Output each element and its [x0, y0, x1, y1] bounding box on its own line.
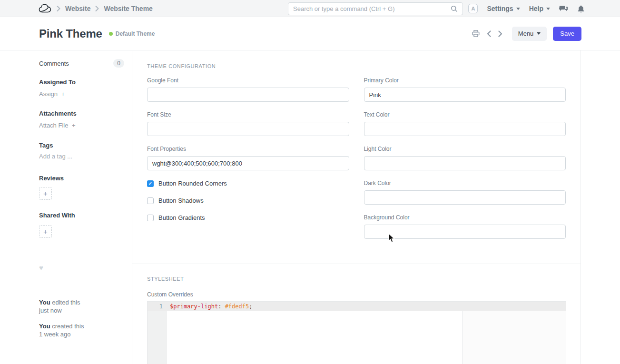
text-color-input[interactable]	[364, 122, 566, 136]
page-header: Pink Theme Default Theme Menu	[0, 17, 620, 50]
menu-button-label: Menu	[518, 30, 534, 37]
line-number: 1	[148, 302, 167, 311]
background-color-field: Background Color	[364, 214, 566, 239]
navbar-right-cluster: A Settings Help	[468, 0, 585, 17]
attach-file-link[interactable]: Attach File +	[39, 122, 124, 129]
global-search	[288, 2, 463, 15]
comments-row[interactable]: Comments 0	[39, 59, 124, 68]
code-editor-active-line: 1 $primary-light: #fdedf5;	[148, 302, 566, 311]
primary-color-input[interactable]	[364, 88, 566, 102]
settings-label: Settings	[487, 5, 513, 12]
font-properties-input[interactable]	[147, 156, 349, 170]
theme-configuration-section: THEME CONFIGURATION Google Font Font Siz…	[132, 50, 581, 248]
button-shadows-checkbox[interactable]: ✓	[147, 197, 154, 204]
plus-icon: +	[61, 90, 65, 98]
font-size-input[interactable]	[147, 122, 349, 136]
button-gradients-row: ✓ Button Gradients	[147, 214, 349, 221]
next-record-chevron-right-icon[interactable]	[497, 29, 504, 39]
print-icon[interactable]	[471, 29, 481, 39]
save-button[interactable]: Save	[553, 27, 581, 41]
tags-heading: Tags	[39, 142, 124, 149]
code-editor-body	[148, 311, 566, 364]
chevron-down-icon	[546, 8, 550, 10]
light-color-field: Light Color	[364, 146, 566, 170]
add-review-button[interactable]: +	[39, 187, 52, 200]
chat-icon[interactable]	[559, 5, 568, 12]
font-size-field: Font Size	[147, 111, 349, 136]
help-dropdown[interactable]: Help	[529, 5, 550, 12]
breadcrumb: Website Website Theme	[0, 3, 153, 13]
section-title: STYLESHEET	[147, 276, 566, 282]
notifications-bell-icon[interactable]	[577, 5, 585, 13]
right-margin	[581, 50, 620, 364]
app-logo-cloud-icon[interactable]	[38, 3, 52, 13]
reviews-heading: Reviews	[39, 175, 124, 182]
chevron-down-icon	[537, 32, 541, 35]
code-editor-gutter	[148, 311, 167, 364]
button-shadows-row: ✓ Button Shadows	[147, 197, 349, 204]
chevron-right-icon	[57, 6, 60, 11]
created-info: You created this 1 week ago	[39, 322, 124, 338]
check-icon: ✓	[148, 181, 152, 186]
section-title: THEME CONFIGURATION	[147, 63, 566, 69]
comments-count-badge: 0	[113, 59, 124, 68]
status-indicator-dot	[109, 32, 113, 36]
code-line: $primary-light: #fdedf5;	[167, 302, 252, 311]
google-font-field: Google Font	[147, 77, 349, 102]
plus-icon: +	[43, 189, 48, 197]
app-window: Website Website Theme A Settings Help	[0, 0, 620, 364]
plus-icon: +	[43, 227, 48, 236]
print-margin-ruler	[463, 311, 463, 364]
prev-record-chevron-left-icon[interactable]	[485, 29, 492, 39]
form-body: THEME CONFIGURATION Google Font Font Siz…	[132, 50, 581, 364]
attachments-heading: Attachments	[39, 110, 124, 117]
form-sidebar: Comments 0 Assigned To Assign + Attachme…	[0, 50, 132, 364]
google-font-input[interactable]	[147, 88, 349, 102]
button-gradients-checkbox[interactable]: ✓	[147, 215, 154, 221]
background-color-input[interactable]	[364, 225, 566, 239]
menu-button[interactable]: Menu	[512, 27, 547, 41]
chevron-right-icon	[95, 6, 99, 11]
button-rounded-corners-checkbox[interactable]: ✓	[147, 180, 154, 187]
breadcrumb-website-theme[interactable]: Website Theme	[104, 5, 152, 12]
form-column-right: Primary Color Text Color Light Color	[364, 77, 566, 248]
help-label: Help	[529, 5, 543, 12]
edited-info: You edited this just now	[39, 298, 124, 315]
stylesheet-section: STYLESHEET Custom Overrides 1 $primary-l…	[132, 264, 581, 364]
page-actions: Menu Save	[471, 27, 581, 41]
add-share-button[interactable]: +	[39, 225, 52, 238]
shared-with-heading: Shared With	[39, 212, 124, 219]
custom-overrides-label: Custom Overrides	[147, 291, 566, 298]
comments-label: Comments	[39, 60, 69, 67]
user-avatar[interactable]: A	[468, 4, 478, 13]
assign-link[interactable]: Assign +	[39, 90, 124, 98]
settings-dropdown[interactable]: Settings	[487, 5, 520, 12]
text-color-field: Text Color	[364, 111, 566, 136]
code-editor[interactable]: 1 $primary-light: #fdedf5;	[147, 301, 566, 364]
dark-color-field: Dark Color	[364, 180, 566, 205]
button-rounded-corners-row: ✓ Button Rounded Corners	[147, 180, 349, 187]
font-properties-field: Font Properties	[147, 146, 349, 170]
top-navbar: Website Website Theme A Settings Help	[0, 0, 620, 17]
plus-icon: +	[72, 122, 76, 129]
chevron-down-icon	[516, 8, 520, 10]
status-badge: Default Theme	[116, 30, 155, 37]
add-tag-input[interactable]: Add a tag ...	[39, 153, 124, 160]
primary-color-field: Primary Color	[364, 77, 566, 102]
like-heart-icon[interactable]: ♥	[39, 264, 124, 272]
search-input[interactable]	[293, 5, 451, 12]
form-column-left: Google Font Font Size Font Properties	[147, 77, 349, 248]
assigned-to-heading: Assigned To	[39, 79, 124, 86]
light-color-input[interactable]	[364, 156, 566, 170]
breadcrumb-website[interactable]: Website	[65, 5, 90, 12]
page-title: Pink Theme	[39, 27, 102, 40]
dark-color-input[interactable]	[364, 190, 566, 205]
search-icon	[451, 5, 458, 12]
